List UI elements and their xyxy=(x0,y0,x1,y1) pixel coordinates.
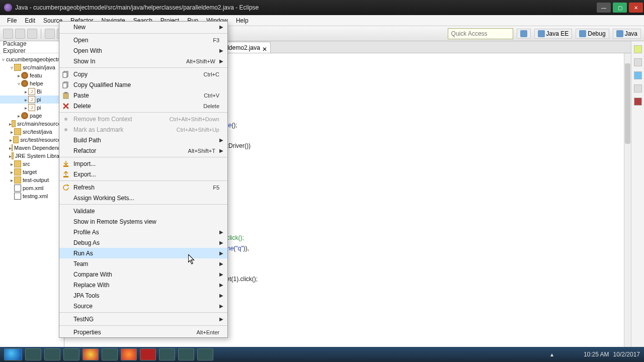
minimize-button[interactable]: — xyxy=(597,3,611,13)
task-list-icon[interactable] xyxy=(634,58,642,66)
menu-item-source[interactable]: Source▶ xyxy=(59,301,227,311)
tray-time[interactable]: 10:25 AM xyxy=(584,351,609,358)
collapse-all-icon[interactable] xyxy=(46,44,53,51)
submenu-arrow-icon: ▶ xyxy=(219,148,223,153)
expand-icon[interactable]: ▸ xyxy=(16,113,21,119)
ie-taskbar[interactable] xyxy=(44,348,60,360)
chrome-taskbar[interactable] xyxy=(83,348,99,360)
menu-item-jpa-tools[interactable]: JPA Tools▶ xyxy=(59,290,227,301)
menu-item-new[interactable]: New▶ xyxy=(59,22,227,32)
tray-date[interactable]: 10/2/2017 xyxy=(613,351,640,358)
tree-node[interactable]: ▸JRE System Library xyxy=(0,152,64,160)
volume-icon[interactable] xyxy=(573,351,580,358)
cmd-taskbar[interactable] xyxy=(197,348,213,360)
tree-node[interactable]: ▸test-output xyxy=(0,176,64,184)
expand-icon[interactable]: ▸ xyxy=(23,97,28,103)
expand-icon[interactable]: ▸ xyxy=(23,89,28,95)
menu-item-run-as[interactable]: Run As▶ xyxy=(59,248,227,258)
tree-node[interactable]: ▸src/test/java xyxy=(0,128,64,136)
tree-node[interactable]: ▿helpe xyxy=(0,79,64,87)
tree-label: src/test/java xyxy=(23,129,52,135)
maximize-button[interactable]: ▢ xyxy=(613,3,627,13)
notepad-taskbar[interactable] xyxy=(63,348,79,360)
menu-help[interactable]: Help xyxy=(232,16,253,25)
tree-node[interactable]: ▸Maven Dependencies xyxy=(0,144,64,152)
expand-icon[interactable]: ▸ xyxy=(9,161,14,167)
menu-file[interactable]: File xyxy=(3,16,21,25)
firefox-taskbar[interactable] xyxy=(121,348,137,360)
menu-item-copy[interactable]: CopyCtrl+C xyxy=(59,69,227,79)
expand-icon[interactable]: ▸ xyxy=(9,177,14,183)
start-button[interactable] xyxy=(4,348,22,360)
tree-node[interactable]: ▸pi xyxy=(0,96,64,104)
menu-item-show-in[interactable]: Show InAlt+Shift+W▶ xyxy=(59,56,227,66)
new-button[interactable] xyxy=(3,29,13,39)
menu-edit[interactable]: Edit xyxy=(21,16,39,25)
menu-item-export[interactable]: Export... xyxy=(59,169,227,179)
open-perspective-button[interactable] xyxy=(517,29,531,39)
menu-item-properties[interactable]: PropertiesAlt+Enter xyxy=(59,327,227,337)
tree-node[interactable]: ▸page xyxy=(0,112,64,120)
expand-icon[interactable]: ▸ xyxy=(23,105,28,111)
search-icon[interactable] xyxy=(634,71,642,79)
menu-item-assign-working-sets[interactable]: Assign Working Sets... xyxy=(59,193,227,203)
menu-item-debug-as[interactable]: Debug As▶ xyxy=(59,237,227,248)
expand-icon[interactable]: ▸ xyxy=(9,169,14,175)
menu-item-replace-with[interactable]: Replace With▶ xyxy=(59,280,227,290)
tree-node[interactable]: testng.xml xyxy=(0,192,64,200)
tree-node[interactable]: ▿cucumberpageobjectmodel xyxy=(0,55,64,63)
perspective-java[interactable]: Java xyxy=(613,29,641,39)
menu-item-refactor[interactable]: RefactorAlt+Shift+T▶ xyxy=(59,145,227,156)
tree-node[interactable]: ▸pi xyxy=(0,104,64,112)
tree-node[interactable]: ▸src xyxy=(0,160,64,168)
close-button[interactable]: ✕ xyxy=(629,3,643,13)
debug-button[interactable] xyxy=(45,29,55,39)
gear-icon[interactable] xyxy=(634,84,642,93)
paint-taskbar[interactable] xyxy=(102,348,118,360)
menu-item-team[interactable]: Team▶ xyxy=(59,258,227,269)
outline-icon[interactable] xyxy=(634,45,642,53)
menu-item-open-with[interactable]: Open With▶ xyxy=(59,45,227,56)
expand-icon[interactable]: ▿ xyxy=(16,81,21,86)
expand-icon[interactable]: ▸ xyxy=(9,137,13,143)
menu-item-validate[interactable]: Validate xyxy=(59,206,227,216)
expand-icon[interactable]: ▿ xyxy=(2,57,5,62)
perspective-debug[interactable]: Debug xyxy=(576,29,609,39)
menu-item-import[interactable]: Import... xyxy=(59,158,227,169)
menu-item-build-path[interactable]: Build Path▶ xyxy=(59,135,227,145)
expand-icon[interactable]: ▸ xyxy=(9,129,14,135)
menu-item-delete[interactable]: DeleteDelete xyxy=(59,101,227,111)
intellij-taskbar[interactable] xyxy=(159,348,175,360)
menu-item-paste[interactable]: PasteCtrl+V xyxy=(59,90,227,101)
tree-node[interactable]: ▸featu xyxy=(0,71,64,79)
menu-item-copy-qualified-name[interactable]: Copy Qualified Name xyxy=(59,79,227,90)
save-all-button[interactable] xyxy=(27,29,37,39)
tree-node[interactable]: ▸src/main/resources xyxy=(0,120,64,128)
menu-item-open[interactable]: OpenF3 xyxy=(59,35,227,45)
expand-icon[interactable]: ▿ xyxy=(9,65,14,70)
quick-access-input[interactable] xyxy=(448,28,513,39)
perspective-javaee[interactable]: Java EE xyxy=(534,29,573,39)
tray-up-icon[interactable]: ▴ xyxy=(550,351,557,358)
menu-item-testng[interactable]: TestNG▶ xyxy=(59,314,227,324)
close-tab-icon[interactable]: ✕ xyxy=(262,46,266,50)
menu-item-refresh[interactable]: RefreshF5 xyxy=(59,182,227,193)
tree-node[interactable]: ▿src/main/java xyxy=(0,63,64,71)
vertical-scrollbar[interactable] xyxy=(624,53,631,347)
scrollbar-thumb[interactable] xyxy=(625,63,630,144)
menu-item-compare-with[interactable]: Compare With▶ xyxy=(59,269,227,280)
tree-node[interactable]: ▸src/test/resources xyxy=(0,136,64,144)
tree-node[interactable]: ▸Bi xyxy=(0,87,64,96)
tree-node[interactable]: pom.xml xyxy=(0,184,64,192)
menu-label: Mark as Landmark xyxy=(73,126,177,133)
network-icon[interactable] xyxy=(561,351,569,358)
menu-item-show-in-remote-systems-view[interactable]: Show in Remote Systems view xyxy=(59,216,227,227)
tree-node[interactable]: ▸target xyxy=(0,168,64,176)
save-button[interactable] xyxy=(15,29,25,39)
problems-icon[interactable] xyxy=(634,98,642,106)
expand-icon[interactable]: ▸ xyxy=(16,73,21,78)
menu-item-profile-as[interactable]: Profile As▶ xyxy=(59,227,227,237)
file-explorer-taskbar[interactable] xyxy=(25,348,41,360)
adobe-taskbar[interactable] xyxy=(140,348,156,360)
eclipse-taskbar[interactable] xyxy=(178,348,194,360)
